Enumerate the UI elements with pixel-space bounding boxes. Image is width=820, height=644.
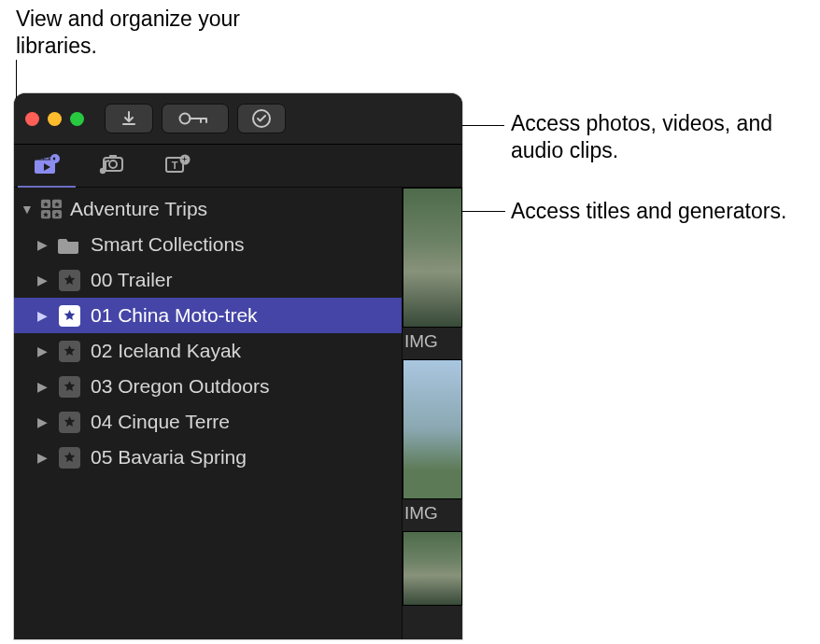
event-icon	[57, 374, 81, 399]
sidebar-item-label: 04 Cinque Terre	[91, 411, 230, 433]
library-name: Adventure Trips	[70, 198, 207, 220]
callout-libraries: View and organize your libraries.	[16, 6, 259, 60]
import-button[interactable]	[105, 104, 153, 133]
svg-rect-6	[109, 155, 117, 159]
libraries-tab[interactable]	[14, 145, 79, 187]
clip-label: IMG	[403, 499, 462, 531]
keyword-button[interactable]	[162, 104, 229, 133]
sidebar-item-event[interactable]: ▶ 04 Cinque Terre	[14, 404, 402, 440]
clip-browser[interactable]: IMG IMG	[403, 188, 462, 639]
disclosure-triangle-icon[interactable]: ▶	[35, 379, 49, 394]
disclosure-triangle-icon[interactable]: ▶	[35, 343, 49, 358]
sidebar-item-event[interactable]: ▶ 02 Iceland Kayak	[14, 333, 402, 369]
disclosure-triangle-icon[interactable]: ▶	[35, 237, 49, 252]
sidebar-tabbar: T	[14, 145, 462, 188]
titles-generators-tab[interactable]: T	[145, 145, 210, 187]
clip-thumbnail[interactable]	[403, 188, 462, 328]
disclosure-triangle-icon[interactable]: ▶	[35, 273, 49, 287]
maximize-button[interactable]	[70, 112, 84, 126]
event-icon	[57, 303, 81, 328]
disclosure-triangle-icon[interactable]: ▶	[35, 414, 49, 429]
close-button[interactable]	[25, 112, 39, 126]
event-icon	[57, 268, 81, 292]
sidebar-item-label: 02 Iceland Kayak	[91, 340, 241, 362]
clip-thumbnail[interactable]	[403, 531, 462, 606]
svg-text:T: T	[172, 160, 178, 171]
sidebar-item-label: 05 Bavaria Spring	[91, 446, 247, 469]
callout-titles: Access titles and generators.	[511, 198, 810, 225]
folder-icon	[57, 232, 81, 257]
event-icon	[57, 410, 81, 434]
library-row[interactable]: ▼ Adventure Trips	[14, 191, 402, 227]
sidebar-item-label: Smart Collections	[91, 233, 245, 256]
sidebar-item-label: 00 Trailer	[91, 269, 173, 291]
browser-content: ▼ Adventure Trips ▶	[14, 188, 462, 639]
titlebar	[14, 93, 462, 145]
camera-music-icon	[98, 153, 126, 179]
disclosure-triangle-icon[interactable]: ▼	[20, 202, 35, 217]
disclosure-triangle-icon[interactable]: ▶	[35, 308, 49, 323]
sidebar-item-smart-collections[interactable]: ▶ Smart Collections	[14, 227, 402, 262]
library-icon	[40, 199, 63, 219]
minimize-button[interactable]	[48, 112, 62, 126]
sidebar-item-event[interactable]: ▶ 00 Trailer	[14, 262, 402, 298]
event-icon	[57, 445, 81, 469]
sidebar-item-event[interactable]: ▶ 05 Bavaria Spring	[14, 440, 402, 475]
clip-thumbnail[interactable]	[403, 359, 462, 499]
sidebar-item-event[interactable]: ▶ 03 Oregon Outdoors	[14, 369, 402, 404]
sidebar-item-label: 03 Oregon Outdoors	[91, 375, 269, 398]
svg-point-7	[109, 161, 117, 168]
callout-media: Access photos, videos, and audio clips.	[511, 110, 810, 164]
svg-point-0	[180, 114, 191, 124]
window-controls	[25, 112, 84, 126]
clip-label: IMG	[403, 328, 462, 359]
sidebar-item-event[interactable]: ▶ 01 China Moto-trek	[14, 298, 402, 333]
event-icon	[57, 339, 81, 363]
photos-music-tab[interactable]	[79, 145, 145, 187]
disclosure-triangle-icon[interactable]: ▶	[35, 450, 49, 465]
sidebar-item-label: 01 China Moto-trek	[91, 304, 258, 327]
title-generator-icon: T	[163, 153, 191, 179]
libraries-sidebar[interactable]: ▼ Adventure Trips ▶	[14, 188, 403, 639]
app-window: T ▼	[14, 93, 462, 639]
clapperboard-icon	[34, 153, 60, 179]
background-tasks-button[interactable]	[237, 104, 286, 133]
